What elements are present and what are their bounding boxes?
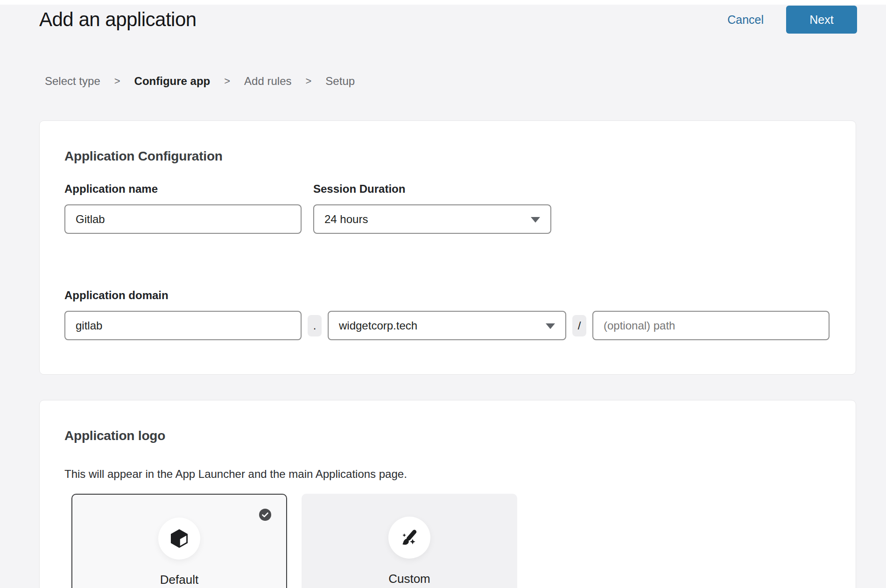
next-button[interactable]: Next — [786, 6, 857, 34]
breadcrumb-step-configure-app[interactable]: Configure app — [134, 75, 211, 88]
application-name-label: Application name — [64, 182, 302, 196]
application-logo-description: This will appear in the App Launcher and… — [64, 468, 831, 481]
breadcrumb-step-setup[interactable]: Setup — [325, 75, 355, 88]
logo-options: Default Custom — [71, 494, 831, 588]
application-configuration-heading: Application Configuration — [64, 149, 831, 164]
page-header: Add an application Cancel Next — [0, 5, 886, 42]
application-domain-label: Application domain — [64, 289, 831, 302]
session-duration-value: 24 hours — [324, 213, 368, 226]
custom-logo-circle — [388, 517, 430, 559]
domain-select[interactable]: widgetcorp.tech — [328, 311, 566, 340]
breadcrumb-step-add-rules[interactable]: Add rules — [244, 75, 291, 88]
cube-icon — [169, 528, 190, 549]
application-name-input[interactable] — [64, 204, 302, 234]
session-duration-select[interactable]: 24 hours — [313, 204, 551, 234]
chevron-down-icon — [531, 217, 540, 223]
paintbrush-icon — [399, 527, 420, 548]
chevron-down-icon — [546, 323, 555, 329]
application-logo-heading: Application logo — [64, 428, 831, 443]
application-configuration-card: Application Configuration Application na… — [39, 120, 856, 375]
domain-value: widgetcorp.tech — [339, 319, 417, 332]
page-title: Add an application — [39, 8, 197, 31]
check-icon — [259, 509, 271, 521]
page-top-strip — [0, 0, 886, 5]
header-actions: Cancel Next — [727, 6, 857, 34]
breadcrumb-separator: > — [224, 75, 230, 87]
logo-option-default-label: Default — [72, 573, 286, 587]
logo-option-custom-label: Custom — [302, 572, 517, 586]
application-logo-card: Application logo This will appear in the… — [39, 400, 856, 588]
application-domain-row: . widgetcorp.tech / — [64, 311, 831, 340]
subdomain-input[interactable] — [64, 311, 302, 340]
default-logo-circle — [158, 518, 200, 560]
slash-separator-badge: / — [572, 315, 586, 336]
breadcrumb: Select type > Configure app > Add rules … — [45, 75, 355, 88]
breadcrumb-step-select-type[interactable]: Select type — [45, 75, 100, 88]
breadcrumb-separator: > — [306, 75, 312, 87]
logo-option-custom[interactable]: Custom — [302, 494, 517, 588]
session-duration-label: Session Duration — [313, 182, 551, 196]
path-input[interactable] — [592, 311, 830, 340]
dot-separator-badge: . — [308, 315, 322, 336]
cancel-button[interactable]: Cancel — [727, 13, 764, 27]
breadcrumb-separator: > — [114, 75, 120, 87]
logo-option-default[interactable]: Default — [71, 494, 287, 588]
